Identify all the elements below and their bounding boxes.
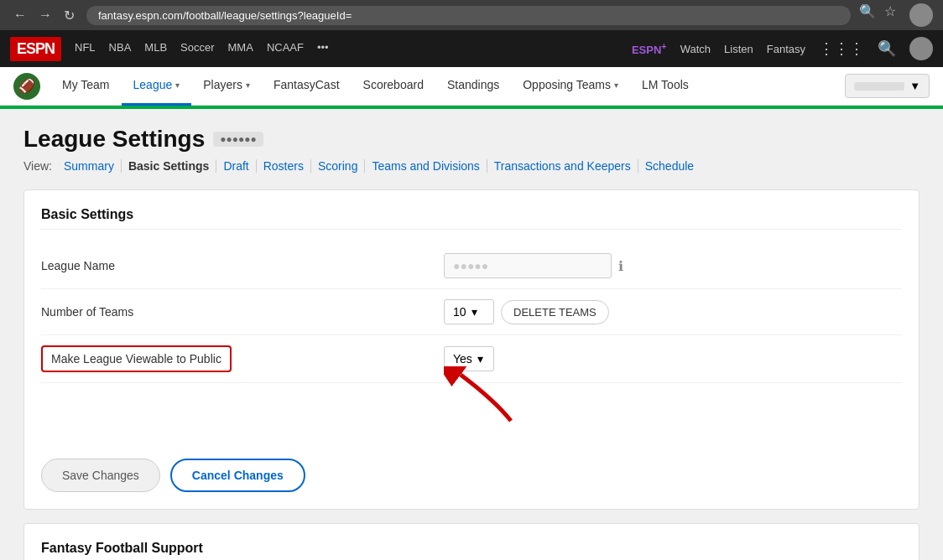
address-icons: 🔍 ☆ xyxy=(859,3,933,27)
grid-icon[interactable]: ⋮⋮⋮ xyxy=(819,39,864,58)
nav-standings[interactable]: Standings xyxy=(435,66,511,106)
nav-scoreboard[interactable]: Scoreboard xyxy=(352,66,435,106)
teams-select[interactable]: 10 ▾ xyxy=(444,299,494,324)
page-title: League Settings xyxy=(23,126,205,153)
league-selector-dropdown[interactable]: ▼ xyxy=(845,74,930,98)
view-draft[interactable]: Draft xyxy=(216,159,256,173)
nav-fantasycast[interactable]: FantasyCast xyxy=(262,66,352,106)
refresh-button[interactable]: ↻ xyxy=(60,6,78,25)
search-icon-top[interactable]: 🔍 xyxy=(878,39,896,58)
save-changes-button[interactable]: Save Changes xyxy=(41,459,160,492)
support-section: Fantasy Football Support Username and Pa… xyxy=(23,523,920,560)
top-nav-bar: ESPN NFL NBA MLB Soccer MMA NCAAF ••• ES… xyxy=(0,30,943,67)
cancel-changes-button[interactable]: Cancel Changes xyxy=(170,459,305,492)
nav-more[interactable]: ••• xyxy=(317,41,329,56)
players-dropdown-arrow: ▾ xyxy=(246,80,250,90)
nav-nba[interactable]: NBA xyxy=(109,41,132,56)
top-nav-right: ESPN+ Watch Listen Fantasy ⋮⋮⋮ 🔍 xyxy=(632,37,933,60)
view-schedule[interactable]: Schedule xyxy=(638,159,701,173)
nav-league[interactable]: League ▾ xyxy=(122,66,192,106)
espn-plus-logo: ESPN+ xyxy=(632,41,667,56)
support-section-title: Fantasy Football Support xyxy=(41,541,902,560)
arrow-container xyxy=(444,383,902,442)
view-rosters[interactable]: Rosters xyxy=(257,159,311,173)
fantasy-nav: 🏈 My Team League ▾ Players ▾ FantasyCast… xyxy=(0,67,943,106)
nav-opposing-teams[interactable]: Opposing Teams ▾ xyxy=(511,66,630,106)
view-tabs: View: Summary Basic Settings Draft Roste… xyxy=(23,159,920,173)
number-of-teams-label: Number of Teams xyxy=(41,305,444,319)
viewable-public-select-value: Yes xyxy=(453,352,472,366)
listen-link[interactable]: Listen xyxy=(724,43,753,55)
main-content: League Settings ●●●●●● View: Summary Bas… xyxy=(10,109,933,560)
teams-select-arrow: ▾ xyxy=(472,305,477,319)
nav-lm-tools[interactable]: LM Tools xyxy=(630,66,701,106)
view-basic-settings[interactable]: Basic Settings xyxy=(122,159,216,173)
nav-players[interactable]: Players ▾ xyxy=(191,66,262,106)
page-header: League Settings ●●●●●● xyxy=(23,126,920,153)
view-transactions[interactable]: Transactions and Keepers xyxy=(487,159,638,173)
viewable-public-label-text: Make League Viewable to Public xyxy=(41,345,232,372)
back-button[interactable]: ← xyxy=(10,6,30,25)
nav-ncaaf[interactable]: NCAAF xyxy=(267,41,304,56)
team-icon: 🏈 xyxy=(13,73,40,100)
league-name-value: ℹ xyxy=(444,253,623,278)
profile-avatar[interactable] xyxy=(909,3,933,27)
delete-teams-button[interactable]: DELETE TEAMS xyxy=(501,300,609,324)
fantasy-nav-links: My Team League ▾ Players ▾ FantasyCast S… xyxy=(50,66,841,106)
view-summary[interactable]: Summary xyxy=(57,159,122,173)
league-id-badge: ●●●●●● xyxy=(213,132,263,147)
nav-arrows: ← → ↻ xyxy=(10,6,78,25)
league-name-input[interactable] xyxy=(444,253,612,278)
basic-settings-card: Basic Settings League Name ℹ Number of T… xyxy=(23,189,920,510)
settings-section-title: Basic Settings xyxy=(41,207,902,230)
number-of-teams-row: Number of Teams 10 ▾ DELETE TEAMS xyxy=(41,289,902,335)
star-icon[interactable]: ☆ xyxy=(884,3,896,27)
watch-link[interactable]: Watch xyxy=(680,43,711,55)
league-selector-container: ▼ xyxy=(845,74,930,98)
info-icon[interactable]: ℹ xyxy=(618,258,623,274)
view-scoring[interactable]: Scoring xyxy=(311,159,365,173)
teams-select-value: 10 xyxy=(453,305,466,319)
nav-mlb[interactable]: MLB xyxy=(144,41,167,56)
league-name-row: League Name ℹ xyxy=(41,243,902,289)
nav-nfl[interactable]: NFL xyxy=(75,41,96,56)
search-icon[interactable]: 🔍 xyxy=(859,3,876,27)
action-buttons: Save Changes Cancel Changes xyxy=(41,459,902,492)
number-of-teams-value: 10 ▾ DELETE TEAMS xyxy=(444,299,609,324)
nav-soccer[interactable]: Soccer xyxy=(180,41,214,56)
forward-button[interactable]: → xyxy=(35,6,55,25)
nav-myteam[interactable]: My Team xyxy=(50,66,122,106)
user-avatar[interactable] xyxy=(909,37,933,60)
viewable-public-select-arrow: ▾ xyxy=(477,352,483,366)
opposing-teams-dropdown-arrow: ▾ xyxy=(614,80,618,90)
league-dropdown-arrow: ▾ xyxy=(175,80,180,90)
url-bar[interactable] xyxy=(86,6,851,25)
nav-mma[interactable]: MMA xyxy=(228,41,253,56)
view-label: View: xyxy=(23,159,52,173)
espn-logo: ESPN xyxy=(10,37,61,61)
view-teams-divisions[interactable]: Teams and Divisions xyxy=(365,159,487,173)
league-name-label: League Name xyxy=(41,259,444,272)
address-bar: ← → ↻ 🔍 ☆ xyxy=(0,0,943,30)
fantasy-link[interactable]: Fantasy xyxy=(767,43,805,55)
top-nav-links: NFL NBA MLB Soccer MMA NCAAF ••• xyxy=(75,41,618,56)
viewable-public-label: Make League Viewable to Public xyxy=(41,345,444,372)
red-arrow xyxy=(444,366,544,425)
